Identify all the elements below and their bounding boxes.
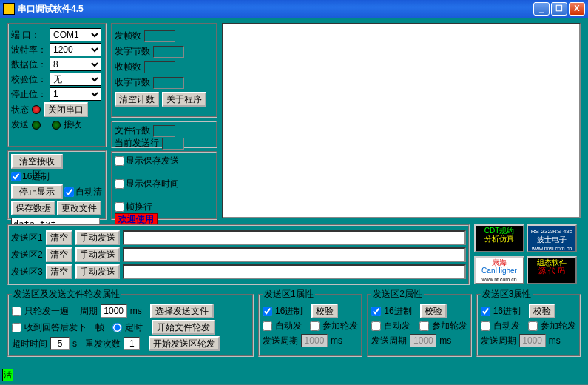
tx1-chk-button[interactable]: 校验 (311, 304, 338, 318)
tx2-auto-checkbox[interactable] (371, 321, 381, 331)
tx1-hex-checkbox[interactable] (263, 307, 272, 316)
status-dot-icon (32, 105, 41, 114)
filelines-label: 文件行数 (115, 124, 150, 137)
file-stats-panel: 文件行数 当前发送行 (111, 121, 217, 148)
tx3-auto-checkbox[interactable] (481, 321, 490, 331)
port-label: 端 口： (11, 29, 50, 41)
bosi-badge[interactable]: RS-232/RS-485波士电子www.bosi.com.cn (527, 224, 577, 252)
frame-wrap-checkbox[interactable] (115, 202, 124, 212)
clear-rx-button[interactable]: 清空接收区 (11, 154, 63, 169)
retry-field[interactable] (124, 337, 140, 350)
tx2-chk-button[interactable]: 校验 (420, 304, 447, 318)
rx-display[interactable] (222, 23, 581, 218)
tx1-props-fieldset: 发送区1属性 16进制 校验 自动发 参加轮发 发送周期ms (258, 288, 362, 357)
badges-panel: CDT规约分析仿真 RS-232/RS-485波士电子www.bosi.com.… (474, 224, 581, 285)
frame-wrap-label: 帧换行 (126, 201, 152, 213)
tx2-props-fieldset: 发送区2属性 16进制 校验 自动发 参加轮发 发送周期ms (367, 288, 471, 357)
port-panel: 端 口：COM1 波特率：1200 数据位：8 校验位：无 停止位：1 状态 关… (7, 23, 107, 147)
send-file-fieldset: 发送区及发送文件轮发属性 只轮发一遍 周期 ms 选择发送文件 收到回答后发下一… (7, 288, 254, 357)
stats-panel: 发帧数 发字节数 收帧数 收字节数 清空计数 关于程序 (111, 23, 217, 118)
show-save-tx-checkbox[interactable] (115, 156, 124, 166)
curline-label: 当前发送行 (115, 137, 159, 150)
start-file-button[interactable]: 开始文件轮发 (152, 320, 215, 335)
show-save-tx-label: 显示保存发送 (126, 155, 179, 167)
tx3-manual-button[interactable]: 手动发送 (75, 264, 120, 279)
canhigher-badge[interactable]: 康海CanHigherwww.ht.com.cn (474, 256, 524, 284)
cdt-badge[interactable]: CDT规约分析仿真 (474, 224, 524, 252)
save-data-button[interactable]: 保存数据 (11, 201, 55, 215)
hex-checkbox[interactable] (11, 172, 21, 181)
stop-display-button[interactable]: 停止显示 (11, 184, 63, 199)
send-once-checkbox[interactable] (12, 307, 21, 316)
period-field[interactable] (101, 304, 127, 318)
port-select[interactable]: COM1 (50, 28, 101, 41)
curline-value (162, 138, 184, 150)
send-file-legend: 发送区及发送文件轮发属性 (12, 288, 121, 301)
rx-led-icon (52, 121, 61, 130)
autoclear-checkbox-label: 自动清 (64, 184, 102, 199)
select-file-button[interactable]: 选择发送文件 (150, 304, 214, 318)
live-indicator: 活 (2, 369, 13, 381)
app-icon (3, 3, 15, 15)
parity-label: 校验位： (11, 73, 50, 86)
rxbytes-label: 收字节数 (115, 76, 150, 89)
send-after-reply-checkbox[interactable] (12, 323, 21, 332)
rxframes-label: 收帧数 (115, 61, 141, 73)
txframes-value (144, 30, 175, 42)
rx-panel: 清空接收区 16进制 停止显示 自动清 保存数据 更改文件 (7, 150, 107, 220)
timed-radio[interactable] (112, 323, 122, 332)
txbytes-value (153, 46, 184, 58)
tx2-input[interactable] (123, 247, 466, 262)
maximize-button[interactable]: ☐ (551, 2, 567, 16)
opts-panel: 显示保存发送 显示保存时间 帧换行 欢迎使用 关键字过滤接收 关键字 (111, 151, 217, 220)
tx2-clear-button[interactable]: 清空 (46, 247, 72, 262)
tx1-join-checkbox[interactable] (310, 321, 320, 331)
stopbits-label: 停止位： (11, 88, 50, 101)
tx3-input[interactable] (123, 264, 466, 279)
tx3-chk-button[interactable]: 校验 (529, 304, 555, 318)
txframes-label: 发帧数 (115, 30, 141, 42)
tx1-label: 发送区1 (11, 232, 43, 244)
status-label: 状态 (11, 104, 29, 116)
show-save-time-checkbox[interactable] (115, 179, 124, 189)
filelines-value (153, 125, 175, 137)
tx3-label: 发送区3 (11, 266, 43, 278)
close-port-button[interactable]: 关闭串口 (44, 102, 88, 117)
tx1-input[interactable] (123, 230, 466, 245)
minimize-button[interactable]: _ (533, 2, 550, 16)
zutai-badge[interactable]: 组态软件源 代 码 (527, 256, 577, 284)
window-title: 串口调试软件4.5 (18, 3, 532, 16)
baud-select[interactable]: 1200 (50, 43, 101, 56)
parity-select[interactable]: 无 (50, 73, 101, 86)
txbytes-label: 发字节数 (115, 45, 150, 58)
change-file-button[interactable]: 更改文件 (57, 201, 101, 215)
tx1-clear-button[interactable]: 清空 (46, 230, 72, 245)
tx2-manual-button[interactable]: 手动发送 (75, 247, 120, 262)
tx1-manual-button[interactable]: 手动发送 (75, 230, 120, 245)
tx3-join-checkbox[interactable] (528, 321, 538, 331)
about-button[interactable]: 关于程序 (162, 92, 206, 107)
tx2-props-legend: 发送区2属性 (371, 288, 424, 301)
timeout-field[interactable] (50, 337, 70, 350)
close-button[interactable]: X (569, 2, 585, 16)
start-zone-button[interactable]: 开始发送区轮发 (149, 336, 220, 351)
rxbytes-value (153, 77, 184, 89)
tx1-props-legend: 发送区1属性 (263, 288, 315, 301)
tx-panel: 发送区1 清空 手动发送 发送区2 清空 手动发送 发送区3 清空 手动发送 (7, 224, 470, 285)
tx2-period-field (410, 334, 436, 347)
databits-select[interactable]: 8 (50, 58, 101, 71)
stopbits-select[interactable]: 1 (50, 87, 101, 101)
rx-label: 接收 (64, 118, 81, 131)
tx1-auto-checkbox[interactable] (263, 321, 272, 331)
tx3-hex-checkbox[interactable] (481, 307, 490, 316)
show-save-time-label: 显示保存时间 (126, 178, 179, 190)
tx2-hex-checkbox[interactable] (371, 307, 381, 316)
welcome-badge: 欢迎使用 (115, 213, 158, 225)
tx2-join-checkbox[interactable] (419, 321, 429, 331)
clear-count-button[interactable]: 清空计数 (115, 92, 159, 107)
tx-led-icon (32, 121, 41, 130)
tx2-label: 发送区2 (11, 249, 43, 261)
tx3-clear-button[interactable]: 清空 (46, 264, 72, 279)
autoclear-checkbox[interactable] (64, 187, 74, 197)
tx3-props-legend: 发送区3属性 (481, 288, 533, 301)
